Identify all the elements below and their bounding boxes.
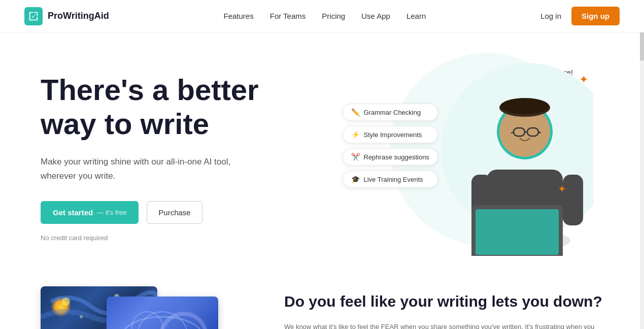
hero-buttons: Get started — it's free Purchase — [41, 201, 322, 224]
brand-logo[interactable]: ProWritingAid — [24, 7, 109, 25]
hero-image-area: ✏️ Grammar Checking ⚡ Style Improvements… — [322, 63, 604, 256]
logo-icon — [24, 7, 43, 25]
nav-learn[interactable]: Learn — [406, 12, 426, 20]
logo-svg — [28, 11, 39, 22]
blue-painting-bg — [107, 297, 218, 329]
style-icon: ⚡ — [351, 130, 360, 139]
hero-illustration: ✦ — [421, 53, 593, 256]
svg-point-20 — [80, 315, 83, 318]
hero-section: There's a better way to write Make your … — [0, 32, 644, 276]
navbar-actions: Log in Sign up — [540, 7, 620, 25]
signup-button[interactable]: Sign up — [571, 7, 620, 25]
get-started-button[interactable]: Get started — it's free — [41, 201, 139, 224]
nav-features[interactable]: Features — [224, 12, 254, 20]
svg-point-17 — [62, 298, 70, 306]
painting-container: My idea in my head — [41, 286, 244, 329]
blue-painting-details — [107, 297, 218, 329]
navbar: ProWritingAid Features For Teams Pricing… — [0, 0, 644, 32]
nav-use-app[interactable]: Use App — [361, 12, 390, 20]
blue-painting — [107, 297, 218, 329]
nav-for-teams[interactable]: For Teams — [270, 12, 306, 20]
scrollbar[interactable] — [640, 0, 644, 329]
hero-note: No credit card required — [41, 234, 322, 242]
section-two-content: Do you feel like your writing lets you d… — [284, 286, 603, 329]
training-icon: 🎓 — [351, 175, 360, 183]
svg-text:✦: ✦ — [558, 183, 566, 194]
grammar-icon: ✏️ — [351, 108, 360, 116]
section-two-title: Do you feel like your writing lets you d… — [284, 291, 603, 311]
nav-pricing[interactable]: Pricing — [322, 12, 345, 20]
brand-name: ProWritingAid — [48, 11, 109, 21]
purchase-button[interactable]: Purchase — [147, 201, 202, 224]
svg-rect-4 — [563, 175, 583, 225]
login-button[interactable]: Log in — [540, 12, 561, 20]
nav-links: Features For Teams Pricing Use App Learn — [224, 12, 426, 20]
svg-point-15 — [500, 98, 549, 114]
hero-subtitle: Make your writing shine with our all-in-… — [41, 155, 244, 182]
svg-rect-6 — [476, 209, 559, 255]
svg-point-23 — [132, 312, 162, 329]
hero-title: There's a better way to write — [41, 73, 322, 141]
section-two: My idea in my head Do you feel like your… — [0, 276, 644, 329]
free-label: — it's free — [97, 209, 126, 216]
hero-content: There's a better way to write Make your … — [41, 63, 322, 242]
rephrase-icon: ✂️ — [351, 153, 360, 161]
section-two-body: We know what it's like to feel the FEAR … — [284, 321, 603, 329]
section-image: My idea in my head — [41, 286, 254, 329]
